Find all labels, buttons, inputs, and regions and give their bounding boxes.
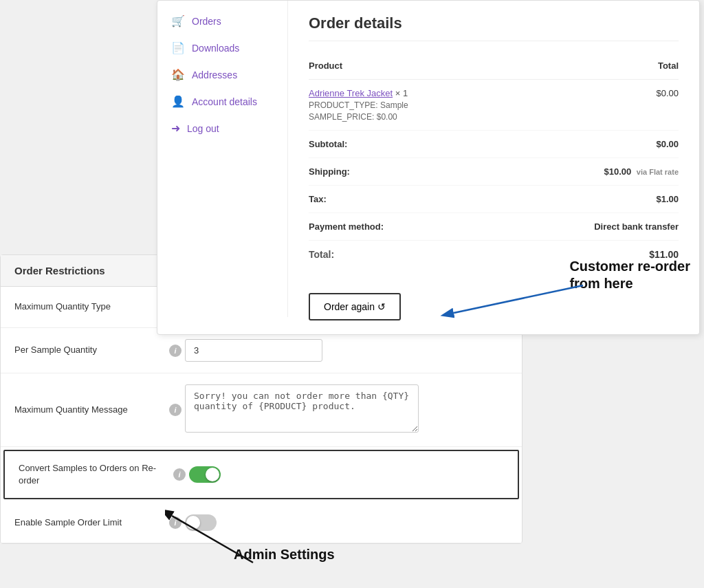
sidebar-item-addresses[interactable]: 🏠 Addresses xyxy=(157,61,287,88)
payment-row: Payment method: Direct bank transfer xyxy=(309,213,679,241)
enable-sample-limit-label: Enable Sample Order Limit xyxy=(14,516,166,529)
product-quantity: × 1 xyxy=(395,88,408,98)
col-product: Product xyxy=(309,55,509,80)
max-qty-message-help[interactable]: i xyxy=(166,404,185,416)
max-qty-message-row: Maximum Quantity Message i Sorry! you ca… xyxy=(1,373,522,447)
per-sample-qty-control xyxy=(185,339,508,362)
download-icon: 📄 xyxy=(171,41,185,54)
sample-price-meta: SAMPLE_PRICE: $0.00 xyxy=(309,112,509,122)
shipping-label: Shipping: xyxy=(309,158,509,186)
sidebar-addresses-label: Addresses xyxy=(192,69,237,80)
user-icon: 👤 xyxy=(171,95,185,108)
toggle-thumb xyxy=(206,468,219,481)
order-details-table: Product Total Adrienne Trek Jacket × 1 P… xyxy=(309,55,679,268)
product-row: Adrienne Trek Jacket × 1 PRODUCT_TYPE: S… xyxy=(309,80,679,131)
admin-callout: Admin Settings xyxy=(234,547,335,563)
reorder-callout-text: Customer re-orderfrom here xyxy=(569,258,690,292)
shipping-row: Shipping: $10.00 via Flat rate xyxy=(309,158,679,186)
product-type-meta: PRODUCT_TYPE: Sample xyxy=(309,100,509,110)
order-again-button[interactable]: Order again ↺ xyxy=(309,293,401,320)
convert-samples-help[interactable]: i xyxy=(170,468,189,481)
toggle-track xyxy=(189,466,221,483)
sidebar-account-label: Account details xyxy=(192,96,257,107)
subtotal-row: Subtotal: $0.00 xyxy=(309,131,679,158)
max-qty-message-textarea[interactable]: Sorry! you can not order more than {QTY}… xyxy=(185,384,419,433)
product-cell: Adrienne Trek Jacket × 1 PRODUCT_TYPE: S… xyxy=(309,80,509,131)
help-icon-2[interactable]: i xyxy=(169,404,182,416)
per-sample-qty-input[interactable] xyxy=(185,339,322,362)
product-link[interactable]: Adrienne Trek Jacket xyxy=(309,88,393,98)
shipping-note: via Flat rate xyxy=(637,168,679,176)
sidebar-downloads-label: Downloads xyxy=(192,43,239,54)
per-sample-qty-help[interactable]: i xyxy=(166,345,185,357)
help-icon-3[interactable]: i xyxy=(173,468,186,481)
product-total-cell: $0.00 xyxy=(509,80,679,131)
shipping-value-cell: $10.00 via Flat rate xyxy=(509,158,679,186)
enable-sample-limit-row: Enable Sample Order Limit i xyxy=(1,502,522,543)
col-total: Total xyxy=(509,55,679,80)
help-icon[interactable]: i xyxy=(169,345,182,357)
toggle-thumb-2 xyxy=(186,516,200,530)
sidebar-item-logout[interactable]: ➜ Log out xyxy=(157,115,287,142)
help-icon-4[interactable]: i xyxy=(169,516,182,529)
order-details-title: Order details xyxy=(309,14,679,41)
toggle-track-2 xyxy=(185,514,217,531)
home-icon: 🏠 xyxy=(171,68,185,81)
cart-icon: 🛒 xyxy=(171,14,185,28)
reorder-callout: Customer re-orderfrom here xyxy=(569,258,690,292)
enable-sample-limit-help[interactable]: i xyxy=(166,516,185,529)
admin-callout-text: Admin Settings xyxy=(234,547,335,563)
convert-samples-toggle-control xyxy=(189,466,504,483)
convert-samples-label: Convert Samples to Orders on Re-order xyxy=(19,462,170,487)
sidebar-item-downloads[interactable]: 📄 Downloads xyxy=(157,34,287,61)
enable-sample-limit-control xyxy=(185,514,508,531)
convert-samples-toggle[interactable] xyxy=(189,466,221,483)
enable-sample-limit-toggle[interactable] xyxy=(185,514,217,531)
payment-value: Direct bank transfer xyxy=(509,213,679,241)
tax-row: Tax: $1.00 xyxy=(309,186,679,213)
sidebar-item-orders[interactable]: 🛒 Orders xyxy=(157,8,287,34)
logout-icon: ➜ xyxy=(171,122,180,135)
tax-label: Tax: xyxy=(309,186,509,213)
total-label: Total: xyxy=(309,241,509,269)
max-qty-message-label: Maximum Quantity Message xyxy=(14,404,166,416)
sidebar-item-account[interactable]: 👤 Account details xyxy=(157,88,287,115)
payment-label: Payment method: xyxy=(309,213,509,241)
per-sample-qty-label: Per Sample Quantity xyxy=(14,344,166,356)
sidebar-logout-label: Log out xyxy=(187,123,219,134)
woo-sidebar: 🛒 Orders 📄 Downloads 🏠 Addresses 👤 Accou… xyxy=(157,1,288,317)
subtotal-value: $0.00 xyxy=(509,131,679,158)
sidebar-orders-label: Orders xyxy=(192,16,221,27)
convert-samples-row: Convert Samples to Orders on Re-order i xyxy=(3,450,519,499)
tax-value: $1.00 xyxy=(509,186,679,213)
subtotal-label: Subtotal: xyxy=(309,131,509,158)
max-qty-type-label: Maximum Quantity Type xyxy=(14,301,166,313)
shipping-value: $10.00 xyxy=(604,166,631,177)
max-qty-message-control: Sorry! you can not order more than {QTY}… xyxy=(185,384,508,435)
